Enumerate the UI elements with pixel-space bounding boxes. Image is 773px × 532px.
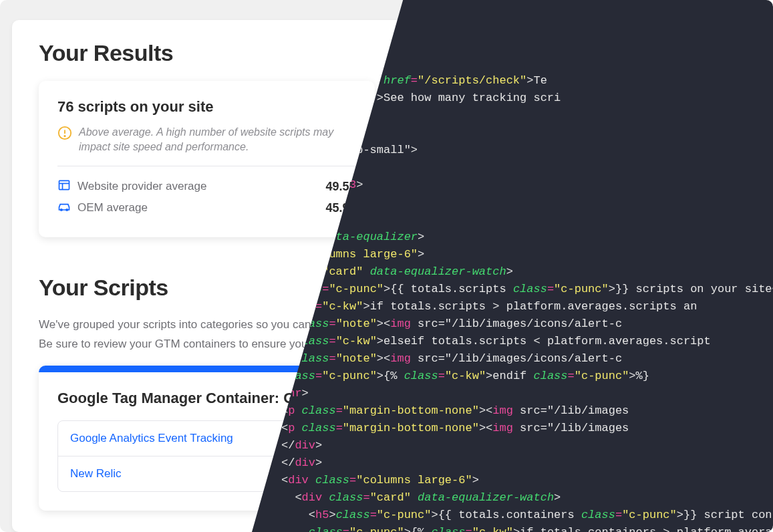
scripts-count-card: 76 scripts on your site Above average. A… xyxy=(39,81,375,237)
scripts-intro: We've grouped your scripts into categori… xyxy=(39,315,734,353)
stat-row-oem: OEM average 45.99 xyxy=(57,197,356,219)
report-panel: Your Results 76 scripts on your site Abo… xyxy=(12,20,761,532)
car-icon xyxy=(57,200,71,216)
results-title: Your Results xyxy=(39,40,734,66)
gtm-container-card: Google Tag Manager Container: GTM-1234 G… xyxy=(39,366,734,511)
layout-icon xyxy=(57,178,71,194)
scripts-section: Your Scripts We've grouped your scripts … xyxy=(39,275,734,510)
stat-row-provider: Website provider average 49.55 xyxy=(57,176,356,197)
stat-label: OEM a xyxy=(438,180,716,193)
stat-label: Website provider average xyxy=(78,180,319,193)
svg-point-2 xyxy=(64,136,65,136)
svg-rect-3 xyxy=(59,181,69,190)
list-item[interactable]: Google Analytics Event Tracking xyxy=(58,421,715,456)
stat-label: Websit xyxy=(438,158,716,172)
scripts-intro-line1: We've grouped your scripts into categori… xyxy=(39,315,734,334)
stat-value: 45.99 xyxy=(325,201,355,215)
scripts-note: Above average. A high number of website … xyxy=(57,125,356,154)
stat-label: OEM average xyxy=(78,201,319,215)
svg-rect-8 xyxy=(419,159,429,168)
stat-row-provider: Websit xyxy=(418,154,716,176)
alert-circle-icon xyxy=(57,126,72,144)
divider xyxy=(57,166,356,166)
scripts-intro-line2: Be sure to review your GTM containers to… xyxy=(39,335,734,353)
list-item[interactable]: New Relic xyxy=(58,456,715,491)
gtm-heading: Google Tag Manager Container: GTM-1234 xyxy=(57,390,716,407)
gtm-accent-bar xyxy=(39,366,734,372)
layout-icon xyxy=(418,157,431,173)
results-row: 76 scripts on your site Above average. A… xyxy=(39,81,734,237)
scripts-title: Your Scripts xyxy=(39,275,734,301)
gtm-script-list: Google Analytics Event Tracking New Reli… xyxy=(57,420,716,492)
containers-count-heading: 3 script c xyxy=(418,98,716,116)
scripts-note-text: Above average. A high number of website … xyxy=(79,125,356,154)
car-icon xyxy=(418,178,431,194)
stat-row-oem: OEM a xyxy=(418,176,716,197)
scripts-count-heading: 76 scripts on your site xyxy=(57,98,356,116)
stat-value: 49.55 xyxy=(325,180,355,194)
containers-count-card: 3 script c Websit xyxy=(399,81,735,237)
